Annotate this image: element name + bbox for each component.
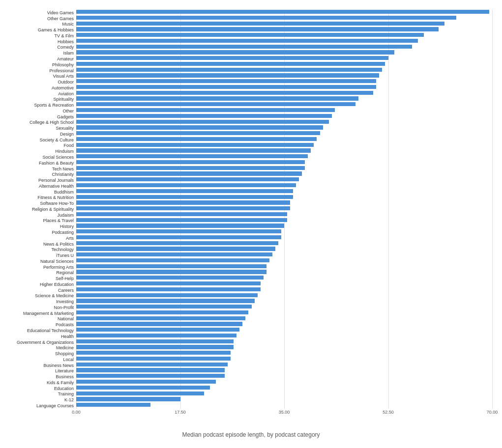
- bar-fill: [76, 276, 264, 280]
- bar-fill: [76, 241, 278, 245]
- chart-title: Median podcast episode length, by podcas…: [0, 431, 502, 438]
- bar-label: Local: [5, 357, 76, 362]
- bar-row: Investing: [5, 299, 492, 305]
- bar-fill: [76, 386, 210, 390]
- bar-row: Software How-To: [5, 200, 492, 206]
- bar-track: [76, 397, 492, 401]
- bar-track-wrapper: [76, 258, 492, 264]
- x-axis-tick: 70.00: [487, 410, 498, 415]
- bar-track-wrapper: [76, 125, 492, 131]
- bar-track: [76, 85, 492, 89]
- bar-row: Buddhism: [5, 189, 492, 195]
- bar-label: Professional: [5, 68, 76, 73]
- bar-fill: [76, 166, 305, 170]
- bar-fill: [76, 73, 379, 77]
- bar-row: Games & Hobbies: [5, 27, 492, 33]
- bar-track-wrapper: [76, 386, 492, 392]
- bar-track: [76, 160, 492, 164]
- bar-row: Education: [5, 386, 492, 392]
- bar-track-wrapper: [76, 316, 492, 322]
- bar-label: Government & Organizations: [5, 340, 76, 345]
- bar-track: [76, 368, 492, 372]
- bar-row: K-12: [5, 397, 492, 403]
- bar-track-wrapper: [76, 206, 492, 212]
- bar-row: Science & Medicine: [5, 293, 492, 299]
- bar-track: [76, 241, 492, 245]
- bar-label: Visual Arts: [5, 74, 76, 79]
- bar-fill: [76, 195, 293, 199]
- bar-track: [76, 131, 492, 135]
- bar-row: Judaism: [5, 212, 492, 218]
- bar-label: Investing: [5, 299, 76, 304]
- bar-track-wrapper: [76, 171, 492, 177]
- bar-row: Sexuality: [5, 125, 492, 131]
- bar-fill: [76, 345, 234, 349]
- bar-fill: [76, 224, 284, 227]
- bar-track-wrapper: [76, 287, 492, 293]
- bar-track: [76, 403, 492, 407]
- bar-row: Music: [5, 22, 492, 28]
- bar-fill: [76, 374, 225, 378]
- bar-track-wrapper: [76, 160, 492, 166]
- bar-label: Sports & Recreation: [5, 103, 76, 108]
- bar-fill: [76, 264, 266, 268]
- bar-track-wrapper: [76, 334, 492, 339]
- bar-row: Technology: [5, 247, 492, 252]
- bar-track-wrapper: [76, 281, 492, 287]
- bar-track-wrapper: [76, 56, 492, 62]
- bar-fill: [76, 322, 242, 326]
- bar-label: iTunes U: [5, 253, 76, 258]
- bar-fill: [76, 50, 394, 54]
- bar-track-wrapper: [76, 143, 492, 149]
- bar-row: Performing Arts: [5, 264, 492, 270]
- chart-container: Video GamesOther GamesMusicGames & Hobbi…: [0, 0, 502, 448]
- bar-track: [76, 200, 492, 204]
- bar-track: [76, 56, 492, 60]
- bar-label: Hinduism: [5, 149, 76, 154]
- bar-fill: [76, 131, 320, 135]
- bar-label: TV & Film: [5, 33, 76, 38]
- chart-area: Video GamesOther GamesMusicGames & Hobbi…: [5, 10, 492, 409]
- bar-fill: [76, 102, 355, 106]
- bar-label: Business: [5, 374, 76, 379]
- bar-label: Tech News: [5, 167, 76, 171]
- bar-track: [76, 310, 492, 314]
- bar-label: Games & Hobbies: [5, 28, 76, 32]
- bar-row: Fashion & Beauty: [5, 160, 492, 166]
- bar-label: Social Sciences: [5, 155, 76, 160]
- bar-row: Non-Profit: [5, 305, 492, 310]
- bar-label: Other Games: [5, 16, 76, 21]
- bar-fill: [76, 148, 311, 152]
- bar-fill: [76, 45, 412, 49]
- x-axis-tick: 0.00: [72, 410, 81, 415]
- bar-track: [76, 96, 492, 100]
- bar-track-wrapper: [76, 120, 492, 126]
- bar-track-wrapper: [76, 264, 492, 270]
- bar-fill: [76, 177, 299, 181]
- bar-track-wrapper: [76, 224, 492, 229]
- bar-track-wrapper: [76, 177, 492, 183]
- bar-label: Outdoor: [5, 80, 76, 84]
- bar-fill: [76, 68, 382, 72]
- x-axis-tick: 35.00: [279, 410, 290, 415]
- bar-track-wrapper: [76, 85, 492, 91]
- bar-track: [76, 316, 492, 320]
- bar-track-wrapper: [76, 368, 492, 374]
- bar-label: Aviation: [5, 91, 76, 96]
- bar-label: Buddhism: [5, 190, 76, 195]
- bar-track-wrapper: [76, 397, 492, 403]
- bar-track: [76, 62, 492, 66]
- bar-label: Personal Journals: [5, 178, 76, 183]
- bar-track: [76, 68, 492, 72]
- bar-fill: [76, 154, 308, 158]
- bar-track: [76, 125, 492, 129]
- bar-row: Spirituality: [5, 96, 492, 102]
- bar-track: [76, 79, 492, 83]
- bar-row: Hinduism: [5, 148, 492, 154]
- bar-label: Philosophy: [5, 62, 76, 67]
- bar-row: Local: [5, 357, 492, 363]
- bar-label: Spirituality: [5, 97, 76, 102]
- bar-track: [76, 27, 492, 31]
- bar-track: [76, 357, 492, 361]
- bar-track-wrapper: [76, 195, 492, 201]
